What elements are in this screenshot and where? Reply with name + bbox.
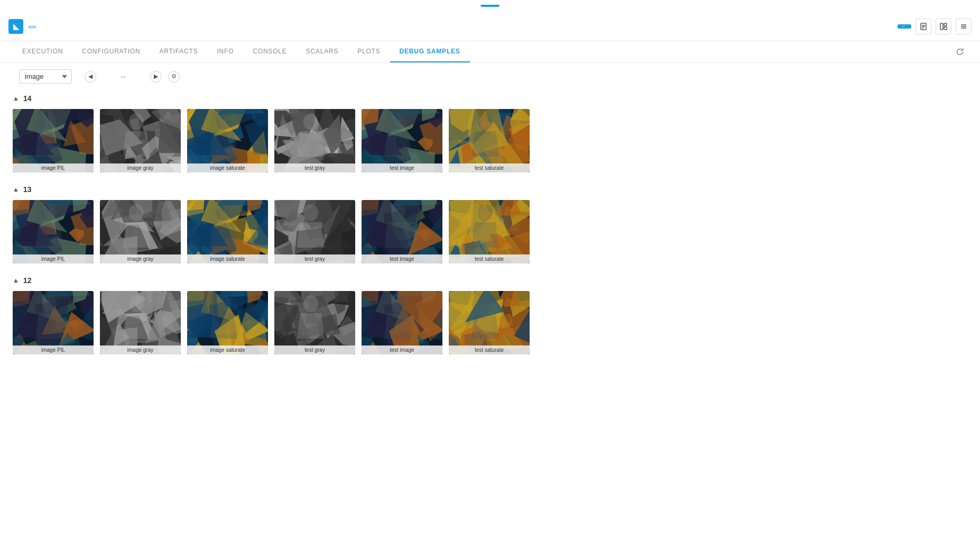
tab-debug-samples[interactable]: DEBUG SAMPLES (390, 41, 470, 62)
add-tag-button[interactable] (29, 26, 36, 28)
image-card[interactable]: test image (362, 109, 442, 172)
image-label: image gray (100, 163, 181, 172)
image-canvas (13, 200, 94, 263)
image-card[interactable]: test image (362, 291, 442, 354)
image-canvas (449, 291, 530, 354)
image-label: image PIL (13, 254, 94, 263)
toolbar: image ◀ ↔ ▶ ⚙ (0, 63, 980, 90)
image-card[interactable]: image PIL (13, 291, 94, 354)
image-grid-13: image PILimage grayimage saturatetest gr… (13, 200, 967, 263)
tab-plots[interactable]: PLOTS (348, 41, 390, 62)
image-label: test gray (274, 345, 355, 354)
image-canvas (187, 109, 268, 172)
tab-scalars[interactable]: SCALARS (297, 41, 348, 62)
image-canvas (13, 109, 94, 172)
image-canvas (362, 200, 442, 263)
image-card[interactable]: test image (362, 200, 442, 263)
image-card[interactable]: test saturate (449, 200, 530, 263)
header: ◣ (0, 12, 980, 41)
layout-icon-button[interactable] (936, 19, 951, 34)
content: ▲ 14 image PILimage grayimage saturatete… (0, 90, 980, 380)
image-card[interactable]: test gray (274, 109, 355, 172)
iter-number-13: 13 (23, 185, 32, 194)
image-canvas (187, 200, 268, 263)
collapse-chevron-13: ▲ (13, 186, 19, 193)
image-canvas (100, 291, 181, 354)
image-card[interactable]: test gray (274, 200, 355, 263)
image-canvas (449, 200, 530, 263)
metric-select[interactable]: image (19, 69, 72, 84)
image-label: test gray (274, 163, 355, 172)
image-card[interactable]: test saturate (449, 109, 530, 172)
svg-rect-5 (944, 23, 947, 26)
image-label: image saturate (187, 345, 268, 354)
tab-console[interactable]: CONSOLE (243, 41, 296, 62)
image-label: test image (362, 163, 442, 172)
image-label: image PIL (13, 163, 94, 172)
image-card[interactable]: test saturate (449, 291, 530, 354)
image-canvas (100, 109, 181, 172)
image-label: test image (362, 254, 442, 263)
iter-range-arrow: ↔ (118, 72, 128, 81)
image-canvas (362, 291, 442, 354)
iteration-section-14: ▲ 14 image PILimage grayimage saturatete… (13, 94, 967, 172)
image-grid-14: image PILimage grayimage saturatetest gr… (13, 109, 967, 172)
tab-execution[interactable]: EXECUTION (13, 41, 72, 62)
image-card[interactable]: image gray (100, 109, 181, 172)
task-info (29, 25, 36, 28)
collapse-chevron-14: ▲ (13, 95, 19, 102)
image-label: test saturate (449, 254, 530, 263)
image-canvas (100, 200, 181, 263)
image-card[interactable]: image saturate (187, 109, 268, 172)
image-card[interactable]: image gray (100, 200, 181, 263)
status-badge (480, 5, 500, 7)
id-label (902, 26, 905, 27)
image-card[interactable]: image gray (100, 291, 181, 354)
collapse-chevron-12: ▲ (13, 277, 19, 284)
image-card[interactable]: test gray (274, 291, 355, 354)
header-actions (898, 19, 972, 34)
iter-number-14: 14 (23, 94, 32, 103)
image-card[interactable]: image PIL (13, 109, 94, 172)
prev-iteration-button[interactable]: ◀ (85, 71, 96, 83)
id-badge (898, 24, 911, 29)
image-canvas (362, 109, 442, 172)
image-grid-12: image PILimage grayimage saturatetest gr… (13, 291, 967, 354)
svg-rect-4 (940, 23, 943, 30)
image-canvas (449, 109, 530, 172)
tab-configuration[interactable]: CONFIGURATION (72, 41, 150, 62)
iter-header-12[interactable]: ▲ 12 (13, 276, 967, 285)
image-card[interactable]: image PIL (13, 200, 94, 263)
logo-icon: ◣ (8, 19, 23, 34)
status-bar (0, 0, 980, 12)
image-label: test gray (274, 254, 355, 263)
iteration-settings-button[interactable]: ⚙ (168, 71, 180, 83)
image-canvas (274, 109, 355, 172)
image-label: image gray (100, 254, 181, 263)
iteration-section-13: ▲ 13 image PILimage grayimage saturatete… (13, 185, 967, 263)
iter-header-14[interactable]: ▲ 14 (13, 94, 967, 103)
iteration-section-12: ▲ 12 image PILimage grayimage saturatete… (13, 276, 967, 354)
image-label: test saturate (449, 345, 530, 354)
iter-header-13[interactable]: ▲ 13 (13, 185, 967, 194)
image-label: image saturate (187, 254, 268, 263)
image-label: image PIL (13, 345, 94, 354)
image-canvas (274, 291, 355, 354)
iter-number-12: 12 (23, 276, 32, 285)
document-icon-button[interactable] (916, 19, 931, 34)
tab-info[interactable]: INFO (207, 41, 243, 62)
svg-rect-6 (944, 27, 947, 30)
image-canvas (187, 291, 268, 354)
image-label: test saturate (449, 163, 530, 172)
image-label: image saturate (187, 163, 268, 172)
image-label: image gray (100, 345, 181, 354)
image-canvas (274, 200, 355, 263)
next-iteration-button[interactable]: ▶ (150, 71, 162, 83)
tab-artifacts[interactable]: ARTIFACTS (150, 41, 207, 62)
image-card[interactable]: image saturate (187, 291, 268, 354)
image-card[interactable]: image saturate (187, 200, 268, 263)
image-canvas (13, 291, 94, 354)
refresh-button[interactable] (953, 44, 967, 59)
image-label: test image (362, 345, 442, 354)
menu-icon-button[interactable] (956, 19, 972, 34)
